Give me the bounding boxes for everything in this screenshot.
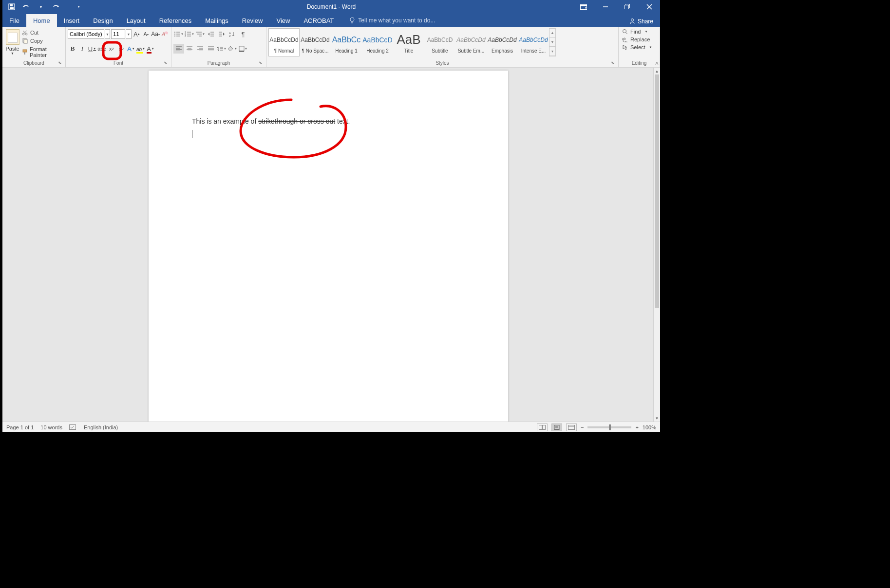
select-button[interactable]: Select▼ bbox=[621, 43, 658, 51]
qat-customize-icon[interactable]: ▾ bbox=[75, 2, 83, 11]
show-hide-button[interactable]: ¶ bbox=[238, 29, 248, 39]
strikethrough-button[interactable]: abc bbox=[97, 44, 107, 54]
scroll-down-icon[interactable]: ▼ bbox=[654, 415, 660, 422]
vertical-scrollbar[interactable]: ▲ ▼ bbox=[653, 68, 660, 422]
clipboard-launcher-icon[interactable]: ⬊ bbox=[58, 60, 64, 66]
scroll-up-icon[interactable]: ▲ bbox=[654, 68, 660, 74]
spell-check-icon[interactable] bbox=[69, 424, 77, 430]
page[interactable]: This is an example of strikethrough or c… bbox=[149, 71, 508, 422]
tab-design[interactable]: Design bbox=[86, 14, 119, 27]
save-icon[interactable] bbox=[7, 2, 16, 11]
document-text[interactable]: This is an example of strikethrough or c… bbox=[192, 117, 350, 125]
subscript-button[interactable]: x2 bbox=[107, 44, 116, 54]
styles-scroll-down-icon[interactable]: ▼ bbox=[549, 38, 555, 47]
clear-formatting-button[interactable]: A bbox=[161, 29, 169, 39]
svg-point-26 bbox=[174, 34, 175, 35]
text-effects-button[interactable]: A▼ bbox=[126, 44, 136, 54]
highlight-button[interactable]: ab▼ bbox=[136, 44, 146, 54]
document-area[interactable]: This is an example of strikethrough or c… bbox=[2, 68, 660, 422]
font-color-button[interactable]: A▼ bbox=[146, 44, 155, 54]
print-layout-icon[interactable] bbox=[551, 423, 562, 431]
tab-file[interactable]: File bbox=[2, 14, 26, 27]
word-count[interactable]: 10 words bbox=[40, 424, 62, 430]
restore-icon[interactable] bbox=[616, 0, 638, 14]
font-size-input[interactable]: 11 bbox=[111, 29, 125, 39]
font-size-dropdown-icon[interactable]: ▼ bbox=[126, 29, 132, 39]
tab-layout[interactable]: Layout bbox=[120, 14, 152, 27]
styles-scroll-up-icon[interactable]: ▲ bbox=[549, 29, 555, 38]
styles-launcher-icon[interactable]: ⬊ bbox=[611, 60, 617, 66]
style-item[interactable]: AaBbCcDdEmphasis bbox=[487, 28, 518, 56]
collapse-ribbon-icon[interactable]: ᐱ bbox=[655, 61, 659, 66]
svg-rect-74 bbox=[542, 425, 545, 429]
share-button[interactable]: Share bbox=[625, 16, 657, 27]
sort-button[interactable]: AZ bbox=[227, 29, 238, 39]
redo-icon[interactable] bbox=[51, 2, 60, 11]
style-item[interactable]: AaBbCcDdSubtle Em... bbox=[455, 28, 487, 56]
shading-button[interactable]: ▼ bbox=[227, 44, 238, 54]
language-status[interactable]: English (India) bbox=[84, 424, 118, 430]
font-name-input[interactable]: Calibri (Body) bbox=[68, 29, 104, 39]
style-item[interactable]: AaBbCcHeading 1 bbox=[331, 28, 362, 56]
replace-button[interactable]: abacReplace bbox=[621, 36, 658, 43]
zoom-level[interactable]: 100% bbox=[643, 424, 656, 430]
tab-references[interactable]: References bbox=[152, 14, 198, 27]
borders-button[interactable]: ▼ bbox=[238, 44, 248, 54]
copy-button[interactable]: Copy bbox=[20, 37, 63, 44]
find-button[interactable]: Find▼ bbox=[621, 28, 658, 36]
font-name-dropdown-icon[interactable]: ▼ bbox=[105, 29, 111, 39]
paragraph-launcher-icon[interactable]: ⬊ bbox=[259, 60, 265, 66]
paste-button[interactable]: Paste ▼ bbox=[4, 28, 20, 58]
zoom-out-icon[interactable]: − bbox=[581, 424, 584, 430]
tab-home[interactable]: Home bbox=[26, 14, 57, 27]
zoom-slider[interactable] bbox=[587, 426, 631, 428]
justify-button[interactable] bbox=[206, 44, 216, 54]
minimize-icon[interactable] bbox=[594, 0, 616, 14]
shrink-font-button[interactable]: A▾ bbox=[142, 29, 150, 39]
increase-indent-button[interactable] bbox=[216, 29, 227, 39]
format-painter-button[interactable]: Format Painter bbox=[20, 46, 63, 58]
style-item[interactable]: AaBbCcDd¶ Normal bbox=[268, 28, 300, 56]
text-strikethrough: strikethrough or cross out bbox=[258, 117, 335, 125]
scroll-thumb[interactable] bbox=[655, 74, 659, 308]
line-spacing-button[interactable]: ▼ bbox=[216, 44, 227, 54]
align-left-button[interactable] bbox=[173, 44, 184, 54]
style-item[interactable]: AaBTitle bbox=[393, 28, 424, 56]
zoom-in-icon[interactable]: + bbox=[635, 424, 638, 430]
underline-button[interactable]: U▼ bbox=[87, 44, 97, 54]
tab-insert[interactable]: Insert bbox=[57, 14, 87, 27]
styles-more-icon[interactable]: ▾ bbox=[549, 47, 555, 56]
change-case-button[interactable]: Aa▾ bbox=[151, 29, 160, 39]
style-item[interactable]: AaBbCcDd¶ No Spac... bbox=[300, 28, 331, 56]
svg-point-28 bbox=[174, 36, 175, 37]
tab-view[interactable]: View bbox=[269, 14, 297, 27]
ribbon-display-options-icon[interactable] bbox=[572, 0, 594, 14]
undo-dropdown-icon[interactable]: ▼ bbox=[37, 2, 45, 11]
clipboard-group-label: Clipboard bbox=[2, 59, 65, 67]
tell-me-search[interactable]: Tell me what you want to do... bbox=[341, 14, 435, 27]
style-item[interactable]: AaBbCcDHeading 2 bbox=[362, 28, 393, 56]
read-mode-icon[interactable] bbox=[537, 423, 548, 431]
style-item[interactable]: AaBbCcDSubtitle bbox=[424, 28, 455, 56]
font-launcher-icon[interactable]: ⬊ bbox=[164, 60, 170, 66]
paste-dropdown-icon[interactable]: ▼ bbox=[4, 52, 20, 55]
numbering-button[interactable]: 123▼ bbox=[184, 29, 195, 39]
superscript-button[interactable]: x2 bbox=[116, 44, 126, 54]
close-icon[interactable] bbox=[638, 0, 660, 14]
align-right-button[interactable] bbox=[195, 44, 206, 54]
undo-icon[interactable] bbox=[22, 2, 31, 11]
web-layout-icon[interactable] bbox=[566, 423, 577, 431]
bullets-button[interactable]: ▼ bbox=[173, 29, 184, 39]
tab-acrobat[interactable]: ACROBAT bbox=[297, 14, 341, 27]
italic-button[interactable]: I bbox=[77, 44, 87, 54]
cut-button[interactable]: Cut bbox=[20, 29, 63, 36]
tab-mailings[interactable]: Mailings bbox=[198, 14, 235, 27]
page-status[interactable]: Page 1 of 1 bbox=[6, 424, 34, 430]
tab-review[interactable]: Review bbox=[235, 14, 270, 27]
style-item[interactable]: AaBbCcDdIntense E... bbox=[518, 28, 549, 56]
decrease-indent-button[interactable] bbox=[206, 29, 216, 39]
bold-button[interactable]: B bbox=[68, 44, 77, 54]
align-center-button[interactable] bbox=[184, 44, 195, 54]
grow-font-button[interactable]: A▴ bbox=[133, 29, 141, 39]
multilevel-list-button[interactable]: ▼ bbox=[195, 29, 206, 39]
